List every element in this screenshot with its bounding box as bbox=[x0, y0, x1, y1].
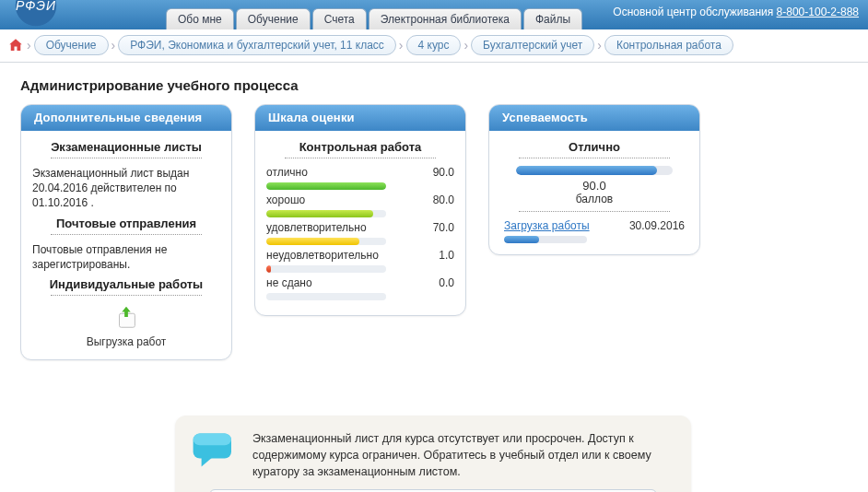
chevron-right-icon: › bbox=[111, 38, 117, 53]
panel-performance: Успеваемость Отлично 90.0 баллов Загрузк… bbox=[488, 104, 700, 255]
breadcrumb: › Обучение › РФЭИ, Экономика и бухгалтер… bbox=[0, 35, 868, 55]
page-title: Администрирование учебного процесса bbox=[20, 77, 868, 93]
scale-bar bbox=[266, 210, 386, 217]
scale-bar bbox=[266, 265, 386, 273]
panel-additional-body: Экзаменационные листы Экзаменационный ли… bbox=[21, 131, 231, 359]
exam-sheet-info: Экзаменационный лист выдан 20.04.2016 де… bbox=[32, 166, 220, 211]
scale-bar bbox=[266, 238, 386, 245]
divider bbox=[519, 158, 669, 158]
post-info: Почтовые отправления не зарегистрированы… bbox=[32, 242, 220, 272]
load-date: 30.09.2016 bbox=[629, 219, 685, 232]
breadcrumb-item-work[interactable]: Контрольная работа bbox=[604, 35, 733, 55]
svg-rect-2 bbox=[194, 434, 231, 446]
section-individual-title: Индивидуальные работы bbox=[32, 277, 220, 291]
service-phone-link[interactable]: 8-800-100-2-888 bbox=[777, 6, 859, 18]
section-post-title: Почтовые отправления bbox=[32, 217, 220, 230]
upload-icon bbox=[112, 303, 140, 331]
notice-area: Экзаменационный лист для курса отсутству… bbox=[175, 416, 691, 492]
panel-scale-body: Контрольная работа отлично90.0хорошо80.0… bbox=[255, 131, 465, 315]
scale-row: не сдано0.0 bbox=[266, 276, 454, 289]
performance-bar bbox=[516, 166, 673, 175]
service-label: Основной центр обслуживания bbox=[613, 6, 773, 18]
upload-works-block[interactable]: Выгрузка работ bbox=[32, 303, 220, 348]
scale-value: 90.0 bbox=[430, 166, 454, 179]
tab-accounts[interactable]: Счета bbox=[312, 8, 367, 29]
scale-value: 1.0 bbox=[430, 249, 454, 262]
panel-performance-body: Отлично 90.0 баллов Загрузка работы 30.0… bbox=[489, 131, 699, 254]
performance-unit: баллов bbox=[500, 193, 688, 205]
upload-works-label: Выгрузка работ bbox=[32, 335, 220, 348]
load-progress-bar bbox=[504, 236, 587, 243]
chevron-right-icon: › bbox=[398, 38, 405, 53]
performance-score: 90.0 bbox=[500, 179, 688, 193]
service-center: Основной центр обслуживания 8-800-100-2-… bbox=[613, 6, 859, 18]
home-icon[interactable] bbox=[7, 37, 24, 53]
scale-row: удовлетворительно70.0 bbox=[266, 221, 454, 234]
breadcrumb-item-subject[interactable]: Бухгалтерский учет bbox=[471, 35, 594, 55]
performance-grade: Отлично bbox=[500, 140, 688, 154]
scale-value: 80.0 bbox=[430, 193, 454, 206]
chevron-right-icon: › bbox=[463, 38, 469, 53]
scale-subtitle: Контрольная работа bbox=[266, 140, 454, 154]
scale-fill bbox=[266, 210, 373, 217]
load-progress-fill bbox=[504, 236, 539, 243]
panel-scale-title: Шкала оценки bbox=[255, 105, 465, 131]
notice-box: Экзаменационный лист для курса отсутству… bbox=[175, 416, 691, 492]
chevron-right-icon: › bbox=[26, 38, 32, 53]
scale-fill bbox=[266, 182, 386, 190]
panel-additional-title: Дополнительные сведения bbox=[21, 105, 231, 131]
scale-fill bbox=[266, 238, 359, 245]
breadcrumb-item-course[interactable]: РФЭИ, Экономика и бухгалтерский учет, 11… bbox=[118, 35, 396, 55]
nav-tabs: Обо мне Обучение Счета Электронная библи… bbox=[166, 8, 582, 29]
top-nav: РФЭИ Обо мне Обучение Счета Электронная … bbox=[0, 0, 868, 29]
section-exam-sheets-title: Экзаменационные листы bbox=[32, 140, 220, 154]
panel-additional-info: Дополнительные сведения Экзаменационные … bbox=[20, 104, 232, 360]
tab-about[interactable]: Обо мне bbox=[166, 8, 234, 29]
logo: РФЭИ bbox=[4, 0, 68, 29]
scale-bar bbox=[266, 293, 386, 300]
scale-row: неудовлетворительно1.0 bbox=[266, 249, 454, 262]
scale-fill bbox=[266, 265, 271, 273]
scale-label: хорошо bbox=[266, 193, 386, 206]
panel-scale: Шкала оценки Контрольная работа отлично9… bbox=[254, 104, 466, 316]
scale-label: не сдано bbox=[266, 276, 386, 289]
notice-text: Экзаменационный лист для курса отсутству… bbox=[252, 430, 676, 480]
tab-education[interactable]: Обучение bbox=[236, 8, 311, 29]
speech-bubble-icon bbox=[190, 430, 240, 469]
divider bbox=[51, 158, 201, 158]
breadcrumb-item-education[interactable]: Обучение bbox=[34, 35, 109, 55]
scale-value: 0.0 bbox=[430, 276, 454, 289]
scale-label: неудовлетворительно bbox=[266, 249, 386, 262]
divider bbox=[285, 158, 435, 158]
scale-row: отлично90.0 bbox=[266, 166, 454, 179]
performance-bar-fill bbox=[516, 166, 657, 175]
scale-label: удовлетворительно bbox=[266, 221, 386, 234]
scale-label: отлично bbox=[266, 166, 386, 179]
divider bbox=[519, 211, 669, 212]
scale-row: хорошо80.0 bbox=[266, 193, 454, 206]
load-row: Загрузка работы 30.09.2016 bbox=[500, 219, 688, 243]
panels-row: Дополнительные сведения Экзаменационные … bbox=[0, 104, 868, 379]
chevron-right-icon: › bbox=[596, 38, 603, 53]
divider bbox=[51, 295, 201, 296]
tab-library[interactable]: Электронная библиотека bbox=[369, 8, 522, 29]
divider bbox=[51, 234, 201, 235]
breadcrumb-item-year[interactable]: 4 курс bbox=[406, 35, 462, 55]
scale-bar bbox=[266, 182, 386, 190]
load-work-link[interactable]: Загрузка работы bbox=[504, 219, 590, 232]
panel-performance-title: Успеваемость bbox=[489, 105, 699, 131]
scale-value: 70.0 bbox=[430, 221, 454, 234]
breadcrumb-bar: › Обучение › РФЭИ, Экономика и бухгалтер… bbox=[0, 29, 868, 63]
tab-files[interactable]: Файлы bbox=[523, 8, 582, 29]
